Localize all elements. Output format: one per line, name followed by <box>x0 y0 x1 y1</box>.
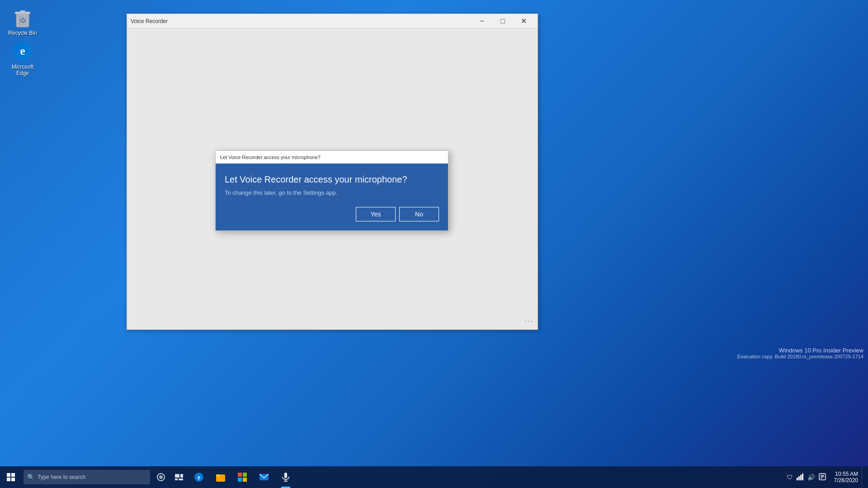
desktop: ♻ Recycle Bin e MicrosoftEdge Voice Reco… <box>0 0 868 488</box>
svg-rect-31 <box>797 478 798 480</box>
show-desktop-button[interactable] <box>862 466 864 488</box>
no-button[interactable]: No <box>399 207 439 221</box>
edge-image: e <box>12 40 33 62</box>
svg-rect-32 <box>798 476 800 480</box>
close-button[interactable]: ✕ <box>513 14 534 28</box>
clock-time: 10:55 AM <box>834 471 858 477</box>
search-icon: 🔍 <box>27 474 35 481</box>
permission-dialog: Let Voice Recorder access your microphon… <box>215 150 448 231</box>
dialog-body: Let Voice Recorder access your microphon… <box>216 164 448 230</box>
volume-tray-icon[interactable]: 🔊 <box>807 473 816 482</box>
taskbar-system: 🛡 🔊 <box>778 466 868 488</box>
watermark-line1: Windows 10 Pro Insider Preview <box>714 347 863 354</box>
window-controls: − □ ✕ <box>472 14 534 28</box>
svg-rect-26 <box>243 478 247 482</box>
start-button[interactable] <box>0 466 22 488</box>
svg-rect-33 <box>800 475 802 480</box>
svg-point-14 <box>159 475 163 479</box>
recycle-bin-icon[interactable]: ♻ Recycle Bin <box>5 5 41 38</box>
taskbar-voice-recorder[interactable] <box>275 466 297 488</box>
taskbar: 🔍 Type here to search e <box>0 466 868 488</box>
windows-watermark: Windows 10 Pro Insider Preview Evaluatio… <box>714 347 868 359</box>
svg-rect-24 <box>243 473 247 477</box>
window-title: Voice Recorder <box>131 18 168 24</box>
svg-rect-34 <box>802 474 803 480</box>
svg-text:e: e <box>20 44 25 57</box>
svg-rect-2 <box>20 10 25 12</box>
taskbar-mail[interactable] <box>253 466 275 488</box>
svg-rect-12 <box>11 478 15 481</box>
edge-desktop-icon[interactable]: e MicrosoftEdge <box>5 38 41 78</box>
svg-rect-18 <box>179 479 183 480</box>
dialog-buttons: Yes No <box>225 207 439 221</box>
clock-date: 7/26/2020 <box>834 477 858 483</box>
search-placeholder-text: Type here to search <box>38 474 85 480</box>
yes-button[interactable]: Yes <box>356 207 396 221</box>
voice-recorder-window: Voice Recorder − □ ✕ Let Voice Recorder … <box>127 14 538 330</box>
window-dots: ··· <box>524 316 534 326</box>
svg-rect-10 <box>11 473 15 477</box>
task-view-button[interactable] <box>170 466 188 488</box>
dialog-heading: Let Voice Recorder access your microphon… <box>225 174 439 185</box>
network-tray-icon[interactable] <box>796 472 805 483</box>
svg-rect-28 <box>284 473 287 478</box>
svg-rect-11 <box>7 478 10 481</box>
maximize-button[interactable]: □ <box>492 14 513 28</box>
svg-rect-22 <box>216 474 220 476</box>
svg-rect-15 <box>175 474 179 478</box>
dialog-subtext: To change this later, go to the Settings… <box>225 189 439 196</box>
clock[interactable]: 10:55 AM 7/26/2020 <box>830 471 862 483</box>
taskbar-pinned-apps: e <box>188 466 297 488</box>
watermark-line2: Evaluation copy. Build 20180.rs_prerelea… <box>714 354 863 359</box>
taskbar-file-explorer[interactable] <box>210 466 231 488</box>
action-center-icon[interactable] <box>818 472 827 483</box>
system-tray: 🛡 🔊 <box>782 472 830 483</box>
minimize-button[interactable]: − <box>472 14 492 28</box>
recycle-bin-image: ♻ <box>12 6 33 28</box>
dialog-titlebar: Let Voice Recorder access your microphon… <box>216 151 448 164</box>
svg-rect-9 <box>7 473 10 477</box>
dialog-title-text: Let Voice Recorder access your microphon… <box>220 155 321 160</box>
edge-label: MicrosoftEdge <box>12 64 34 76</box>
taskbar-store[interactable] <box>231 466 253 488</box>
recycle-bin-label: Recycle Bin <box>8 30 37 36</box>
window-content: Let Voice Recorder access your microphon… <box>127 28 538 329</box>
taskbar-search[interactable]: 🔍 Type here to search <box>24 470 150 484</box>
svg-rect-16 <box>180 474 183 478</box>
cortana-button[interactable] <box>152 466 170 488</box>
svg-rect-17 <box>175 479 178 480</box>
taskbar-edge[interactable]: e <box>188 466 210 488</box>
svg-rect-23 <box>238 473 242 477</box>
svg-rect-25 <box>238 478 242 482</box>
window-titlebar: Voice Recorder − □ ✕ <box>127 14 538 28</box>
security-tray-icon[interactable]: 🛡 <box>786 473 794 482</box>
svg-text:e: e <box>198 474 200 481</box>
